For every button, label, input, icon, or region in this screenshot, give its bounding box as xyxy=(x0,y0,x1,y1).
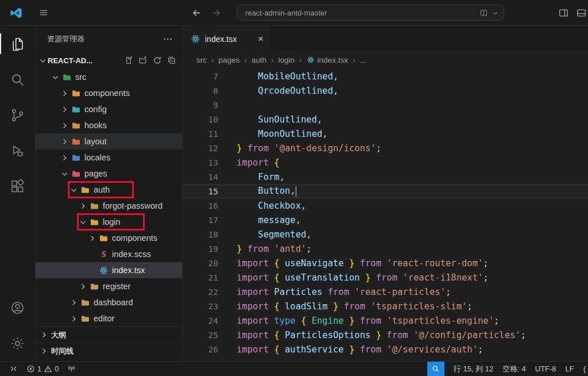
tree-item-dashboard[interactable]: dashboard xyxy=(36,294,182,310)
tree-item-locales[interactable]: locales xyxy=(36,149,182,166)
line-number[interactable]: 24 xyxy=(183,316,218,325)
line-number[interactable]: 16 xyxy=(183,201,218,210)
code-line-22[interactable]: 22import Particles from 'react-particles… xyxy=(183,285,588,299)
activitybar-source-control-icon[interactable] xyxy=(0,97,35,133)
tree-item-index.scss[interactable]: Sindex.scss xyxy=(36,246,182,262)
line-number[interactable]: 12 xyxy=(183,144,218,153)
layout-columns-icon[interactable] xyxy=(558,7,569,18)
line-number[interactable]: 11 xyxy=(183,129,218,139)
code-line-15[interactable]: 15 Button, xyxy=(183,184,588,198)
line-number[interactable]: 25 xyxy=(183,331,218,340)
timeline-section[interactable]: 时间线 xyxy=(36,343,182,359)
refresh-icon[interactable] xyxy=(153,56,162,65)
line-number[interactable]: 9 xyxy=(183,101,218,110)
code-line-11[interactable]: 11 MoonOutlined, xyxy=(183,126,588,141)
tree-item-src[interactable]: src xyxy=(36,69,182,85)
tree-item-hooks[interactable]: hooks xyxy=(36,117,182,133)
line-number[interactable]: 23 xyxy=(183,302,218,311)
breadcrumb-auth[interactable]: auth xyxy=(252,56,266,64)
line-number[interactable]: 26 xyxy=(183,345,218,354)
eol[interactable]: LF xyxy=(565,365,574,373)
code-line-18[interactable]: 18 Segmented, xyxy=(183,227,588,241)
tree-item-components[interactable]: components xyxy=(36,85,182,101)
encoding[interactable]: UTF-8 xyxy=(535,365,556,373)
code-line-10[interactable]: 10 SunOutlined, xyxy=(183,112,588,126)
project-section-header[interactable]: REACT-AD... xyxy=(36,52,182,69)
zoom-indicator[interactable] xyxy=(427,362,444,376)
ports-icon[interactable] xyxy=(67,365,76,373)
tree-item-config[interactable]: config xyxy=(36,101,182,117)
code-line-26[interactable]: 26import { authService } from '@/service… xyxy=(183,342,588,356)
activitybar-account-icon[interactable] xyxy=(0,290,35,325)
chevron-down-icon xyxy=(69,185,79,195)
chevron-down-icon[interactable] xyxy=(491,9,500,17)
menu-icon[interactable] xyxy=(38,7,49,18)
collapse-all-icon[interactable] xyxy=(167,56,176,65)
tree-item-editor[interactable]: editor xyxy=(36,310,182,327)
code-line-8[interactable]: 8 QrcodeOutlined, xyxy=(183,83,588,98)
new-file-icon[interactable] xyxy=(124,56,133,65)
activitybar-run-debug-icon[interactable] xyxy=(0,133,35,168)
language-mode[interactable]: { xyxy=(583,365,586,373)
line-number[interactable]: 8 xyxy=(183,86,218,95)
line-number[interactable]: 14 xyxy=(183,172,218,182)
code-line-13[interactable]: 13import { xyxy=(183,155,588,170)
breadcrumb-src[interactable]: src xyxy=(196,56,207,64)
tree-item-pages[interactable]: pages xyxy=(36,166,182,182)
code-line-24[interactable]: 24import type { Engine } from 'tsparticl… xyxy=(183,313,588,328)
outline-section[interactable]: 大纲 xyxy=(36,327,182,343)
cursor-position[interactable]: 行 15, 列 12 xyxy=(454,364,493,374)
line-number[interactable]: 21 xyxy=(183,273,218,282)
code-line-20[interactable]: 20import { useNavigate } from 'react-rou… xyxy=(183,256,588,270)
indentation[interactable]: 空格: 4 xyxy=(502,364,525,374)
line-number[interactable]: 20 xyxy=(183,259,218,268)
problems-indicator[interactable]: 1 0 xyxy=(26,365,59,373)
tree-item-login[interactable]: login xyxy=(36,214,182,230)
code-line-12[interactable]: 12} from '@ant-design/icons'; xyxy=(183,141,588,155)
breadcrumb-...[interactable]: ... xyxy=(359,56,366,64)
activitybar-files-icon[interactable] xyxy=(0,26,35,62)
breadcrumb-index.tsx[interactable]: index.tsx xyxy=(307,56,348,64)
tab-index-tsx[interactable]: index.tsx × xyxy=(183,26,270,52)
breadcrumb-pages[interactable]: pages xyxy=(219,56,240,64)
breadcrumb-login[interactable]: login xyxy=(278,56,295,64)
code-line-19[interactable]: 19} from 'antd'; xyxy=(183,241,588,256)
breadcrumb-separator: › xyxy=(211,56,214,64)
code-line-17[interactable]: 17 message, xyxy=(183,213,588,227)
close-icon[interactable]: × xyxy=(258,34,264,44)
new-folder-icon[interactable] xyxy=(138,56,148,65)
line-number[interactable]: 15 xyxy=(183,187,218,196)
code-line-9[interactable]: 9 xyxy=(183,98,588,112)
code-line-7[interactable]: 7 MobileOutlined, xyxy=(183,69,588,83)
line-number[interactable]: 17 xyxy=(183,216,218,225)
line-number[interactable]: 19 xyxy=(183,244,218,254)
split-window-icon[interactable] xyxy=(479,9,488,17)
tree-item-layout[interactable]: layout xyxy=(36,133,182,149)
code-area[interactable]: 7 MobileOutlined,8 QrcodeOutlined,910 Su… xyxy=(183,68,588,361)
code-line-21[interactable]: 21import { useTranslation } from 'react-… xyxy=(183,270,588,285)
command-center[interactable]: react-admin-antd-master xyxy=(237,5,504,21)
tree-item-register[interactable]: register xyxy=(36,278,182,294)
tree-item-forgot-password[interactable]: forgot-password xyxy=(36,198,182,214)
tree-item-index.tsx[interactable]: index.tsx xyxy=(36,262,182,278)
code-line-25[interactable]: 25import { ParticlesOptions } from '@/co… xyxy=(183,328,588,342)
code-line-16[interactable]: 16 Checkbox, xyxy=(183,198,588,213)
code-line-27[interactable]: 27 xyxy=(183,356,588,361)
more-actions-icon[interactable]: ··· xyxy=(164,34,173,43)
tree-item-auth[interactable]: auth xyxy=(36,182,182,198)
line-number[interactable]: 10 xyxy=(183,115,218,124)
code-line-23[interactable]: 23import { loadSlim } from 'tsparticles-… xyxy=(183,299,588,313)
line-number[interactable]: 22 xyxy=(183,287,218,297)
remote-icon[interactable] xyxy=(9,365,18,373)
layout-panel-icon[interactable] xyxy=(576,7,587,18)
code-line-14[interactable]: 14 Form, xyxy=(183,170,588,184)
activitybar-settings-gear-icon[interactable] xyxy=(0,325,35,361)
activitybar-search-icon[interactable] xyxy=(0,62,35,97)
forward-arrow-icon[interactable] xyxy=(211,7,222,18)
line-number[interactable]: 7 xyxy=(183,72,218,81)
tree-item-components[interactable]: components xyxy=(36,230,182,246)
line-number[interactable]: 18 xyxy=(183,230,218,239)
activitybar-extensions-icon[interactable] xyxy=(0,168,35,204)
line-number[interactable]: 13 xyxy=(183,158,218,167)
back-arrow-icon[interactable] xyxy=(191,7,202,18)
